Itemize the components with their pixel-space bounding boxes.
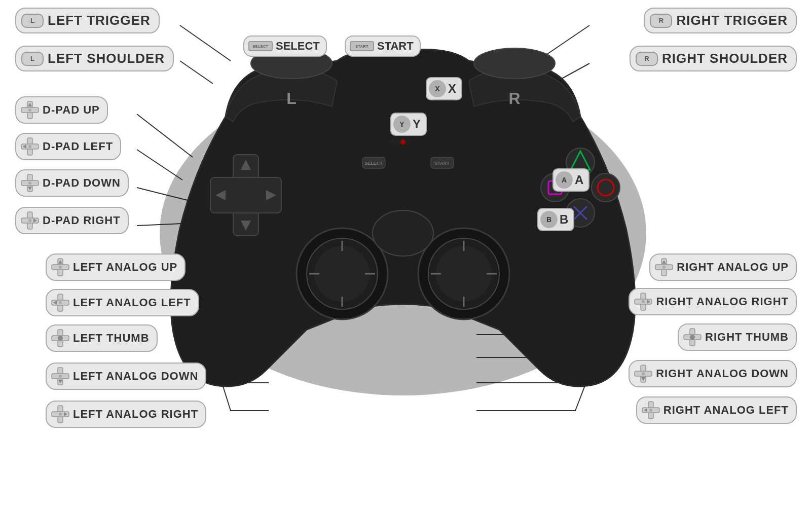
x-button-text: X: [448, 82, 456, 96]
left-analog-up-icon: [51, 258, 70, 277]
svg-point-46: [395, 139, 400, 144]
svg-point-65: [28, 145, 31, 148]
svg-point-16: [474, 48, 555, 79]
svg-point-61: [28, 108, 31, 112]
svg-point-107: [642, 372, 645, 375]
left-trigger-text: LEFT TRIGGER: [48, 13, 151, 28]
svg-point-103: [690, 335, 695, 340]
y-button-text: Y: [413, 117, 421, 131]
left-shoulder-icon: L: [21, 52, 44, 66]
right-trigger-text: RIGHT TRIGGER: [676, 13, 788, 28]
dpad-up-text: D-PAD UP: [43, 103, 100, 117]
select-label: SELECT SELECT: [243, 35, 327, 57]
svg-point-92: [59, 413, 62, 416]
b-button-text: B: [560, 212, 568, 227]
right-analog-up-icon: [654, 258, 674, 277]
left-analog-up-label: LEFT ANALOG UP: [46, 254, 186, 281]
left-shoulder-label: L LEFT SHOULDER: [15, 46, 174, 71]
dpad-left-label: D-PAD LEFT: [15, 133, 121, 160]
left-analog-right-label: LEFT ANALOG RIGHT: [46, 401, 206, 428]
a-button-label: A A: [552, 168, 589, 192]
svg-point-77: [59, 266, 62, 269]
right-analog-right-icon: [634, 292, 653, 311]
svg-text:R: R: [508, 89, 520, 107]
left-analog-left-icon: [51, 293, 70, 312]
svg-point-81: [59, 301, 62, 304]
dpad-left-icon: [20, 137, 40, 156]
left-analog-right-text: LEFT ANALOG RIGHT: [73, 408, 198, 421]
right-shoulder-icon: R: [636, 52, 658, 66]
right-analog-right-label: RIGHT ANALOG RIGHT: [629, 288, 797, 315]
start-label: START START: [345, 35, 421, 57]
x-button-icon: X: [429, 80, 446, 97]
left-analog-down-text: LEFT ANALOG DOWN: [73, 370, 198, 383]
dpad-down-icon: [20, 173, 40, 193]
dpad-up-label: D-PAD UP: [15, 96, 108, 124]
right-thumb-text: RIGHT THUMB: [705, 331, 789, 344]
svg-point-45: [390, 139, 395, 144]
svg-point-111: [649, 409, 652, 412]
left-analog-down-label: LEFT ANALOG DOWN: [46, 363, 206, 390]
y-button-label: Y Y: [390, 113, 427, 136]
right-analog-right-text: RIGHT ANALOG RIGHT: [656, 295, 789, 308]
svg-point-27: [314, 246, 370, 302]
svg-point-34: [436, 246, 492, 302]
left-thumb-text: LEFT THUMB: [73, 332, 150, 345]
left-analog-left-label: LEFT ANALOG LEFT: [46, 289, 199, 316]
svg-point-48: [405, 139, 411, 144]
left-thumb-label: LEFT THUMB: [46, 324, 158, 352]
right-analog-up-label: RIGHT ANALOG UP: [649, 254, 797, 281]
dpad-down-label: D-PAD DOWN: [15, 169, 129, 197]
svg-point-69: [28, 182, 31, 185]
right-thumb-label: RIGHT THUMB: [678, 323, 797, 351]
right-shoulder-label: R RIGHT SHOULDER: [630, 46, 797, 71]
left-thumb-icon: [51, 329, 70, 348]
svg-point-84: [58, 336, 63, 341]
b-button-label: B B: [537, 208, 574, 231]
dpad-left-text: D-PAD LEFT: [43, 140, 113, 153]
right-analog-left-text: RIGHT ANALOG LEFT: [663, 404, 789, 417]
dpad-up-icon: [20, 100, 40, 120]
dpad-right-text: D-PAD RIGHT: [43, 214, 121, 227]
right-analog-down-label: RIGHT ANALOG DOWN: [629, 360, 797, 387]
select-icon: SELECT: [248, 41, 273, 51]
svg-point-96: [662, 266, 666, 269]
right-trigger-label: R RIGHT TRIGGER: [644, 8, 797, 33]
y-button-icon: Y: [393, 116, 411, 133]
right-trigger-icon: R: [650, 14, 672, 28]
b-button-icon: B: [540, 211, 558, 228]
left-analog-left-text: LEFT ANALOG LEFT: [73, 296, 191, 309]
right-analog-up-text: RIGHT ANALOG UP: [677, 261, 789, 274]
right-analog-left-icon: [641, 401, 660, 420]
right-analog-down-text: RIGHT ANALOG DOWN: [656, 367, 789, 380]
svg-point-39: [373, 210, 433, 256]
svg-text:L: L: [286, 89, 297, 107]
right-thumb-icon: [683, 328, 702, 347]
a-button-text: A: [575, 173, 583, 187]
left-analog-down-icon: [51, 367, 70, 386]
left-analog-right-icon: [51, 405, 70, 424]
right-analog-left-label: RIGHT ANALOG LEFT: [636, 396, 797, 424]
svg-text:SELECT: SELECT: [364, 161, 383, 166]
dpad-right-label: D-PAD RIGHT: [15, 207, 129, 234]
svg-point-88: [59, 375, 62, 378]
svg-point-47: [400, 139, 405, 144]
left-trigger-icon: L: [21, 14, 44, 28]
select-text: SELECT: [276, 40, 320, 53]
controller-diagram: L R SELECT START: [144, 15, 661, 401]
start-text: START: [377, 40, 414, 53]
right-analog-down-icon: [634, 364, 653, 383]
svg-point-73: [28, 219, 31, 222]
left-shoulder-text: LEFT SHOULDER: [48, 51, 165, 66]
dpad-right-icon: [20, 211, 40, 230]
svg-point-53: [592, 173, 620, 202]
left-analog-up-text: LEFT ANALOG UP: [73, 261, 177, 274]
svg-point-100: [642, 300, 645, 303]
dpad-down-text: D-PAD DOWN: [43, 176, 121, 190]
x-button-label: X X: [426, 77, 462, 100]
svg-text:START: START: [434, 161, 450, 166]
a-button-icon: A: [556, 171, 573, 189]
right-shoulder-text: RIGHT SHOULDER: [662, 51, 788, 66]
left-trigger-label: L LEFT TRIGGER: [15, 8, 160, 33]
start-icon: START: [350, 41, 374, 51]
